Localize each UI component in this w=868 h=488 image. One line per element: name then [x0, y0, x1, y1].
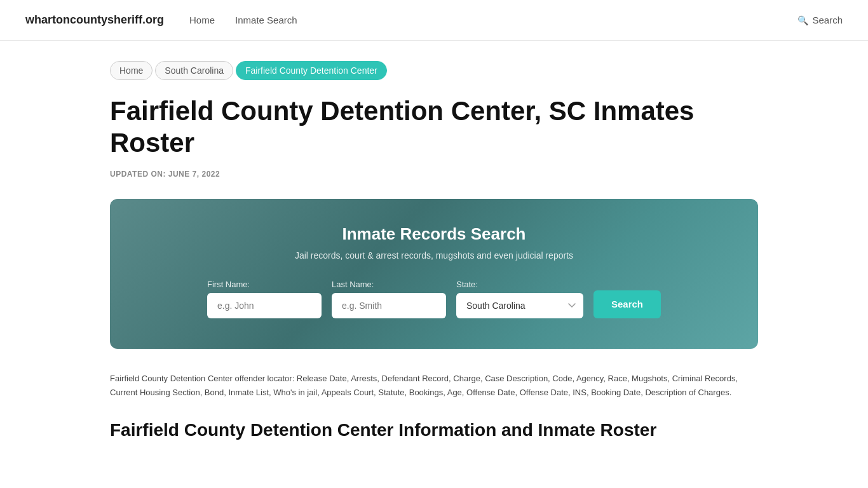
breadcrumb-home[interactable]: Home [110, 61, 153, 80]
first-name-label: First Name: [207, 280, 250, 289]
state-group: State: All StatesAlabamaAlaskaArizonaArk… [456, 280, 583, 318]
breadcrumb-current[interactable]: Fairfield County Detention Center [236, 61, 387, 80]
state-label: State: [456, 280, 478, 289]
breadcrumb: Home South Carolina Fairfield County Det… [110, 61, 758, 80]
search-panel: Inmate Records Search Jail records, cour… [110, 199, 758, 349]
breadcrumb-south-carolina[interactable]: South Carolina [155, 61, 233, 80]
navbar-search[interactable]: 🔍 Search [797, 15, 843, 25]
search-panel-subtitle: Jail records, court & arrest records, mu… [148, 250, 720, 261]
main-content: Home South Carolina Fairfield County Det… [85, 41, 783, 471]
page-title: Fairfield County Detention Center, SC In… [110, 95, 758, 159]
section-heading: Fairfield County Detention Center Inform… [110, 420, 758, 440]
navbar-links: Home Inmate Search [189, 15, 772, 25]
search-panel-title: Inmate Records Search [148, 224, 720, 244]
search-icon: 🔍 [797, 15, 808, 25]
navbar-search-label: Search [812, 15, 843, 25]
navbar-brand[interactable]: whartoncountysheriff.org [25, 13, 164, 27]
navbar-link-inmate-search[interactable]: Inmate Search [235, 15, 297, 25]
description-text: Fairfield County Detention Center offend… [110, 372, 758, 400]
search-button[interactable]: Search [593, 290, 661, 318]
navbar-link-home[interactable]: Home [189, 15, 215, 25]
last-name-label: Last Name: [332, 280, 374, 289]
search-form: First Name: Last Name: State: All States… [148, 280, 720, 318]
last-name-group: Last Name: [332, 280, 446, 318]
updated-label: UPDATED ON: JUNE 7, 2022 [110, 170, 758, 179]
first-name-group: First Name: [207, 280, 322, 318]
last-name-input[interactable] [332, 293, 446, 318]
navbar: whartoncountysheriff.org Home Inmate Sea… [0, 0, 868, 41]
state-select[interactable]: All StatesAlabamaAlaskaArizonaArkansasCa… [456, 293, 583, 318]
first-name-input[interactable] [207, 293, 322, 318]
